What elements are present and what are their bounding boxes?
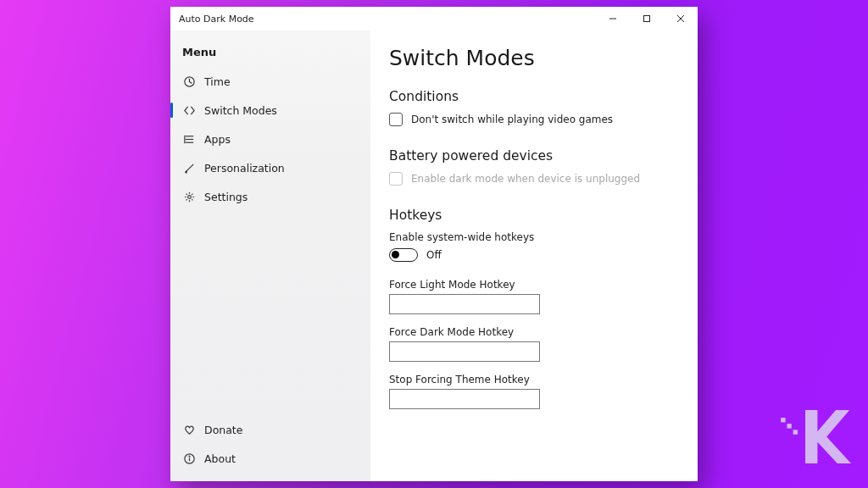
svg-point-12 [189, 456, 190, 457]
sidebar-item-settings[interactable]: Settings [170, 182, 370, 211]
svg-rect-14 [787, 424, 791, 428]
sidebar-item-donate[interactable]: Donate [170, 415, 370, 444]
sidebar-item-apps[interactable]: Apps [170, 125, 370, 153]
battery-heading: Battery powered devices [389, 148, 676, 164]
sidebar-item-switch-modes[interactable]: Switch Modes [170, 96, 370, 125]
switch-icon [182, 103, 196, 117]
brand-logo [775, 395, 851, 471]
system-hotkeys-label: Enable system-wide hotkeys [389, 231, 676, 243]
sidebar-item-label: Settings [204, 191, 248, 203]
window-title: Auto Dark Mode [179, 14, 254, 25]
sidebar-footer: Donate About [170, 415, 370, 476]
system-hotkeys-state: Off [426, 249, 442, 261]
sidebar-nav: Time Switch Modes Apps [170, 67, 370, 415]
force-light-label: Force Light Mode Hotkey [389, 279, 676, 291]
sidebar-item-label: Donate [204, 424, 242, 436]
svg-rect-15 [793, 430, 798, 434]
titlebar: Auto Dark Mode [170, 7, 698, 30]
content-pane: Switch Modes Conditions Don't switch whi… [370, 30, 698, 481]
no-switch-games-row[interactable]: Don't switch while playing video games [389, 113, 676, 126]
window-body: Menu Time Switch Modes [170, 30, 698, 481]
dark-unplugged-row: Enable dark mode when device is unplugge… [389, 172, 676, 186]
stop-forcing-input[interactable] [389, 389, 540, 409]
no-switch-games-checkbox[interactable] [389, 113, 403, 126]
dark-unplugged-checkbox [389, 172, 403, 186]
close-icon [676, 14, 685, 23]
conditions-section: Conditions Don't switch while playing vi… [389, 89, 676, 126]
dark-unplugged-label: Enable dark mode when device is unplugge… [411, 173, 640, 185]
conditions-heading: Conditions [389, 89, 676, 104]
sidebar-item-label: Apps [204, 133, 231, 146]
sidebar-menu-label: Menu [170, 41, 370, 67]
system-hotkeys-toggle[interactable] [389, 248, 418, 262]
maximize-button[interactable] [630, 7, 664, 30]
gear-icon [182, 190, 196, 203]
sidebar-item-time[interactable]: Time [170, 67, 370, 96]
maximize-icon [643, 14, 651, 23]
force-light-input[interactable] [389, 294, 540, 314]
svg-rect-13 [781, 418, 785, 422]
page-title: Switch Modes [389, 46, 676, 70]
brush-icon [182, 161, 196, 175]
force-dark-input[interactable] [389, 341, 540, 362]
sidebar-item-about[interactable]: About [170, 444, 370, 473]
heart-icon [182, 423, 196, 436]
hotkeys-section: Hotkeys Enable system-wide hotkeys Off F… [389, 208, 676, 421]
hotkeys-heading: Hotkeys [389, 208, 676, 223]
battery-section: Battery powered devices Enable dark mode… [389, 148, 676, 186]
close-button[interactable] [664, 7, 698, 30]
sidebar-item-label: About [204, 452, 236, 465]
window-controls [596, 7, 698, 30]
sidebar: Menu Time Switch Modes [170, 30, 370, 481]
svg-point-9 [187, 195, 191, 198]
sidebar-item-personalization[interactable]: Personalization [170, 153, 370, 182]
system-hotkeys-toggle-row: Off [389, 248, 676, 262]
no-switch-games-label: Don't switch while playing video games [411, 114, 613, 125]
list-icon [182, 132, 196, 146]
app-window: Auto Dark Mode Menu Time [170, 7, 698, 481]
force-dark-label: Force Dark Mode Hotkey [389, 326, 676, 338]
sidebar-item-label: Time [204, 75, 231, 88]
svg-rect-1 [644, 16, 650, 22]
sidebar-item-label: Switch Modes [204, 104, 277, 117]
info-icon [182, 452, 196, 465]
minimize-icon [609, 14, 617, 23]
minimize-button[interactable] [596, 7, 630, 30]
stop-forcing-label: Stop Forcing Theme Hotkey [389, 374, 676, 385]
sidebar-item-label: Personalization [204, 162, 285, 175]
clock-icon [182, 75, 196, 88]
